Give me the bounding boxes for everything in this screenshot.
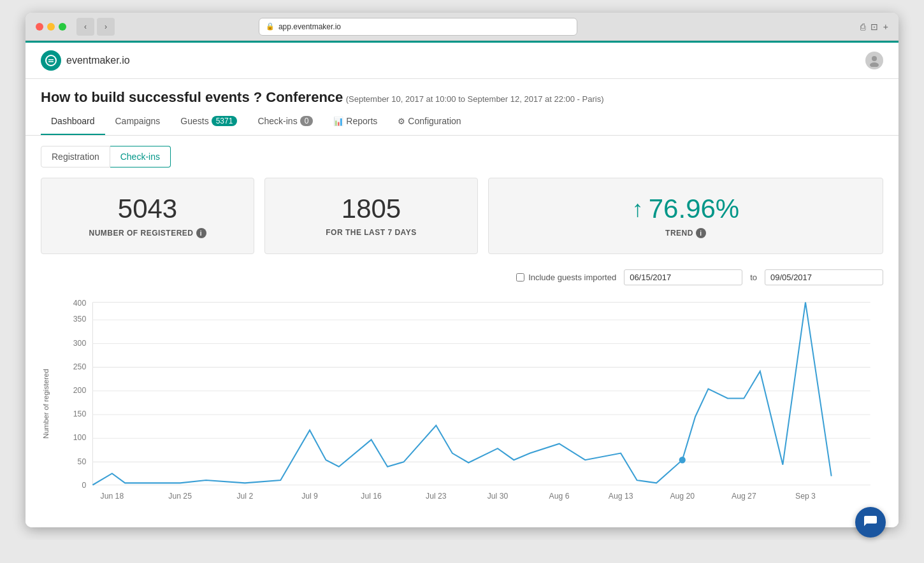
stats-row: 5043 NUMBER OF REGISTERED i 1805 FOR THE…	[25, 167, 899, 264]
tab-dashboard[interactable]: Dashboard	[41, 108, 105, 135]
svg-text:Sep 3: Sep 3	[795, 492, 816, 501]
include-imported-label[interactable]: Include guests imported	[516, 273, 616, 282]
chart-section: Include guests imported to 0 50	[25, 264, 899, 527]
svg-text:200: 200	[73, 386, 86, 395]
maximize-dot[interactable]	[59, 23, 66, 31]
tab-campaigns[interactable]: Campaigns	[105, 108, 171, 135]
svg-text:Jun 25: Jun 25	[168, 492, 192, 501]
svg-text:Number of registered: Number of registered	[42, 369, 50, 439]
sub-tab-checkins[interactable]: Check-ins	[110, 146, 171, 167]
checkins-badge: 0	[300, 116, 314, 126]
browser-actions: ⎙ ⊡ +	[860, 22, 888, 32]
url-text: app.eventmaker.io	[278, 22, 341, 31]
tab-guests[interactable]: Guests 5371	[170, 108, 247, 135]
app-header: eventmaker.io	[25, 41, 899, 79]
tab-checkins[interactable]: Check-ins 0	[247, 108, 323, 135]
sub-tabs: Registration Check-ins	[25, 136, 899, 167]
chart-controls: Include guests imported to	[41, 269, 883, 285]
svg-text:350: 350	[73, 315, 86, 324]
event-title-bar: How to build successful events ? Confere…	[25, 79, 899, 106]
svg-text:Aug 27: Aug 27	[732, 492, 756, 501]
logo: eventmaker.io	[41, 50, 130, 71]
last7days-number: 1805	[280, 194, 462, 224]
reports-chart-icon: 📊	[333, 117, 343, 126]
svg-text:0: 0	[82, 481, 86, 490]
svg-text:300: 300	[73, 338, 86, 347]
user-avatar[interactable]	[865, 52, 883, 69]
svg-rect-2	[48, 61, 54, 62]
svg-text:Aug 6: Aug 6	[549, 492, 570, 501]
svg-text:Jul 16: Jul 16	[361, 492, 382, 501]
chart-dot-aug20	[679, 457, 686, 464]
registered-info-icon[interactable]: i	[196, 228, 206, 238]
fullscreen-button[interactable]: ⊡	[870, 22, 878, 32]
svg-point-3	[872, 56, 877, 61]
stat-card-last7days: 1805 FOR THE LAST 7 DAYS	[264, 178, 478, 254]
browser-titlebar: ‹ › 🔒 app.eventmaker.io ⎙ ⊡ +	[25, 13, 899, 41]
logo-icon	[41, 50, 61, 71]
browser-window: ‹ › 🔒 app.eventmaker.io ⎙ ⊡ +	[25, 13, 899, 527]
svg-point-4	[870, 62, 879, 67]
tab-reports[interactable]: 📊 Reports	[323, 108, 387, 135]
stat-card-trend: ↑ 76.96% TREND i	[488, 178, 883, 254]
trend-value-row: ↑ 76.96%	[504, 194, 867, 224]
forward-button[interactable]: ›	[97, 18, 115, 36]
svg-text:Aug 20: Aug 20	[670, 492, 695, 501]
date-to-input[interactable]	[765, 269, 883, 285]
trend-info-icon[interactable]: i	[696, 228, 706, 238]
share-button[interactable]: ⎙	[860, 22, 865, 32]
close-dot[interactable]	[36, 23, 43, 31]
back-button[interactable]: ‹	[76, 18, 94, 36]
chat-button[interactable]	[855, 507, 886, 538]
browser-nav: ‹ ›	[76, 18, 115, 36]
chart-svg: 0 50 100 150 200 250	[41, 296, 883, 512]
svg-text:Jun 18: Jun 18	[101, 492, 124, 501]
lock-icon: 🔒	[266, 22, 275, 31]
svg-text:100: 100	[73, 433, 86, 442]
address-bar[interactable]: 🔒 app.eventmaker.io	[259, 18, 577, 36]
last7days-label: FOR THE LAST 7 DAYS	[280, 228, 462, 237]
minimize-dot[interactable]	[47, 23, 55, 31]
tab-configuration[interactable]: ⚙ Configuration	[387, 108, 471, 135]
svg-text:Jul 30: Jul 30	[487, 492, 509, 501]
date-from-input[interactable]	[624, 269, 742, 285]
sub-tab-registration[interactable]: Registration	[41, 146, 110, 167]
trend-up-icon: ↑	[632, 196, 644, 222]
svg-text:50: 50	[78, 457, 87, 466]
svg-text:Aug 13: Aug 13	[609, 492, 633, 501]
configuration-gear-icon: ⚙	[398, 117, 405, 126]
trend-label: TREND i	[504, 228, 867, 238]
svg-point-0	[46, 55, 56, 66]
chart-line	[92, 303, 831, 485]
svg-text:Jul 2: Jul 2	[236, 492, 253, 501]
registered-number: 5043	[57, 194, 238, 224]
logo-text: eventmaker.io	[66, 55, 130, 66]
date-separator: to	[750, 273, 757, 282]
main-tabs: Dashboard Campaigns Guests 5371 Check-in…	[25, 108, 899, 136]
svg-text:Jul 23: Jul 23	[426, 492, 447, 501]
chart-container: 0 50 100 150 200 250	[41, 296, 883, 512]
svg-text:Jul 9: Jul 9	[301, 492, 318, 501]
svg-text:150: 150	[73, 410, 86, 418]
svg-text:400: 400	[73, 299, 86, 308]
stat-card-registered: 5043 NUMBER OF REGISTERED i	[41, 178, 254, 254]
app-content: eventmaker.io How to build successful ev…	[25, 41, 899, 527]
new-tab-button[interactable]: +	[883, 22, 888, 32]
svg-rect-1	[48, 59, 54, 61]
svg-text:250: 250	[73, 362, 86, 371]
event-title: How to build successful events ? Confere…	[41, 89, 883, 106]
include-imported-checkbox[interactable]	[516, 273, 524, 282]
guests-badge: 5371	[212, 116, 238, 126]
window-controls	[36, 23, 66, 31]
registered-label: NUMBER OF REGISTERED i	[57, 228, 238, 238]
